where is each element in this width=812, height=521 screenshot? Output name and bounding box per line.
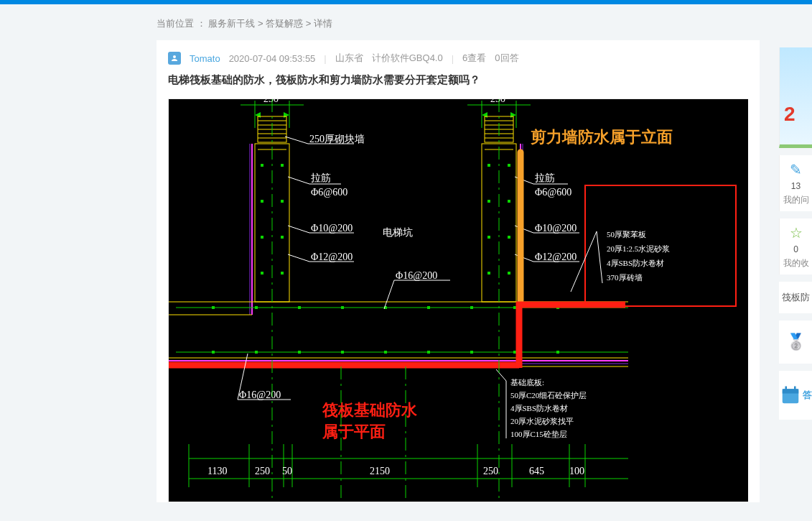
wall-label: 250厚砌块墙 <box>309 134 365 144</box>
dim-250-right: 250 <box>490 99 505 104</box>
medal-icon: 🥈 <box>786 333 806 351</box>
cad-diagram: 250 250 <box>169 99 748 502</box>
dim-2150: 2150 <box>370 466 390 476</box>
dim-50: 50 <box>282 466 292 476</box>
svg-rect-51 <box>487 236 490 239</box>
post-title: 电梯筏板基础的防水，筏板防水和剪力墙防水需要分开套定额吗？ <box>157 69 760 98</box>
spec-b0: 基础底板: <box>510 378 544 387</box>
label-lajin-right: 拉筋 <box>535 172 555 183</box>
page: 当前位置 ： 服务新干线 > 答疑解惑 > 详情 Tomato 2020-07-… <box>0 4 812 502</box>
spec-r3: 4厚SBS防水卷材 <box>607 259 664 267</box>
sidebar-related-question[interactable]: 筏板防 <box>779 282 812 313</box>
breadcrumb-label: 当前位置 ： <box>157 18 206 29</box>
sidebar-medals[interactable]: 🥈 <box>779 321 812 364</box>
spec-b3: 20厚水泥砂浆找平 <box>510 417 574 425</box>
spec-b2: 4厚SBS防水卷材 <box>510 404 568 412</box>
meta-sep: | <box>324 53 326 64</box>
svg-rect-73 <box>513 351 516 354</box>
sidebar: 2 ✎ 13 我的问 ☆ 0 我的收 筏板防 🥈 答 <box>779 4 812 420</box>
svg-rect-72 <box>470 351 473 354</box>
svg-rect-40 <box>281 164 284 167</box>
label-phi10-left: Φ10@200 <box>311 223 353 234</box>
label-phi10-right: Φ10@200 <box>535 223 577 234</box>
sidebar-my-favorites[interactable]: ☆ 0 我的收 <box>779 218 812 275</box>
breadcrumb: 当前位置 ： 服务新干线 > 答疑解惑 > 详情 <box>157 17 781 30</box>
svg-rect-39 <box>261 164 263 167</box>
sidebar-related-text: 筏板防 <box>782 291 810 304</box>
spec-r2: 20厚1:2.5水泥砂浆 <box>607 244 670 253</box>
calendar-icon <box>780 384 801 406</box>
sidebar-my-questions[interactable]: ✎ 13 我的问 <box>779 155 812 211</box>
post-answers: 0回答 <box>495 52 518 65</box>
sidebar-count-1: 13 <box>791 181 801 191</box>
svg-rect-43 <box>261 236 263 239</box>
svg-rect-68 <box>298 351 301 354</box>
post-card: Tomato 2020-07-04 09:53:55 | 山东省 计价软件GBQ… <box>157 40 760 502</box>
sidebar-label-2: 我的收 <box>783 257 809 269</box>
star-icon: ☆ <box>790 224 803 241</box>
spec-r1: 50厚聚苯板 <box>607 230 646 239</box>
svg-rect-66 <box>212 351 215 354</box>
label-phi6-right: Φ6@600 <box>535 187 571 198</box>
svg-rect-70 <box>384 351 387 354</box>
svg-rect-42 <box>281 200 284 203</box>
label-phi12-left: Φ12@200 <box>311 252 353 262</box>
sidebar-count-2: 0 <box>793 244 798 254</box>
dim-645: 645 <box>529 466 544 476</box>
annotation-shearwall: 剪力墙防水属于立面 <box>531 128 673 146</box>
label-lajin-left: 拉筋 <box>311 172 331 183</box>
label-phi6-left: Φ6@600 <box>311 187 347 198</box>
svg-rect-57 <box>212 306 215 309</box>
pit-label: 电梯坑 <box>383 227 413 238</box>
question-icon: ✎ <box>790 161 802 178</box>
annotation-raft-l2: 属于平面 <box>322 423 386 441</box>
dim-1130: 1130 <box>207 466 227 476</box>
post-software: 计价软件GBQ4.0 <box>372 52 443 65</box>
main-column: 当前位置 ： 服务新干线 > 答疑解惑 > 详情 Tomato 2020-07-… <box>0 4 781 502</box>
svg-rect-53 <box>487 272 490 275</box>
annotation-raft-l1: 筏板基础防水 <box>322 401 418 419</box>
svg-rect-0 <box>169 99 748 502</box>
sidebar-label-1: 我的问 <box>783 194 809 206</box>
spec-r4: 370厚砖墙 <box>607 273 643 282</box>
dim-250b: 250 <box>483 466 498 476</box>
breadcrumb-item-service[interactable]: 服务新干线 <box>208 18 255 29</box>
svg-rect-50 <box>508 200 510 203</box>
svg-rect-46 <box>281 272 284 275</box>
sidebar-hero-year: 2 <box>784 103 795 126</box>
svg-rect-62 <box>427 306 430 309</box>
post-meta-row: Tomato 2020-07-04 09:53:55 | 山东省 计价软件GBQ… <box>157 52 760 69</box>
svg-rect-71 <box>427 351 430 354</box>
svg-rect-63 <box>470 306 473 309</box>
post-region: 山东省 <box>335 52 363 65</box>
diagram-container: 250 250 <box>168 98 748 502</box>
sidebar-calendar[interactable]: 答 <box>779 371 812 420</box>
meta-sep: | <box>452 53 454 64</box>
sidebar-hero[interactable]: 2 <box>779 47 812 148</box>
label-phi16-mid: Φ16@200 <box>396 270 437 281</box>
breadcrumb-sep: > <box>258 18 263 29</box>
breadcrumb-item-qa[interactable]: 答疑解惑 <box>266 18 303 29</box>
svg-rect-118 <box>794 387 796 391</box>
breadcrumb-sep: > <box>306 18 312 29</box>
spec-b1: 50厚C20细石砼保护层 <box>510 391 587 400</box>
post-datetime: 2020-07-04 09:53:55 <box>229 53 316 64</box>
svg-rect-117 <box>785 387 787 391</box>
svg-rect-54 <box>508 272 510 275</box>
svg-rect-58 <box>255 306 258 309</box>
spec-b4: 100厚C15砼垫层 <box>510 430 567 438</box>
svg-rect-69 <box>341 351 344 354</box>
svg-rect-60 <box>341 306 344 309</box>
svg-rect-45 <box>261 272 263 275</box>
svg-rect-47 <box>487 164 490 167</box>
svg-rect-44 <box>281 236 284 239</box>
dim-250-left: 250 <box>263 99 279 104</box>
breadcrumb-item-detail: 详情 <box>314 18 332 29</box>
svg-rect-64 <box>513 306 516 309</box>
svg-rect-49 <box>487 200 490 203</box>
sidebar-cal-text: 答 <box>803 389 812 402</box>
svg-rect-67 <box>255 351 258 354</box>
post-views: 6查看 <box>462 52 486 65</box>
dim-100: 100 <box>569 466 584 476</box>
post-author[interactable]: Tomato <box>190 53 220 64</box>
